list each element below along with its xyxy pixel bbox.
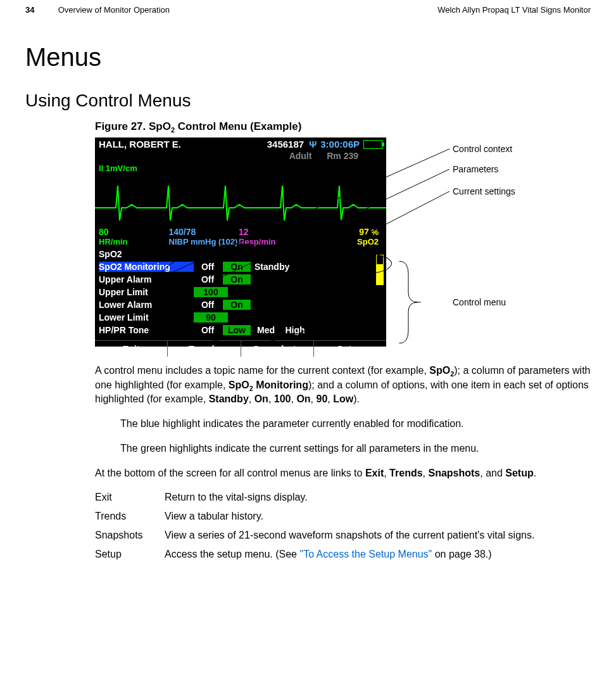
section-title: Overview of Monitor Operation — [58, 5, 170, 15]
def-trends-def: View a tabular history. — [165, 511, 591, 522]
menu-param-label[interactable]: Lower Alarm — [99, 300, 194, 310]
control-menu-box: SpO2 MonitoringOffOnStandbyUpper AlarmOf… — [95, 260, 386, 336]
menu-option[interactable]: Off — [194, 325, 222, 335]
page-header: 34 Overview of Monitor Operation Welch A… — [25, 0, 591, 15]
bottom-exit[interactable]: Exit — [95, 341, 168, 357]
paragraph-3: The green highlights indicate the curren… — [120, 442, 591, 456]
spo2-pct: % — [371, 227, 379, 237]
menu-row[interactable]: Upper Limit100 — [99, 286, 382, 298]
annot-current-settings: Current settings — [453, 186, 515, 196]
spo2-value: 97 — [359, 227, 369, 237]
heading-menus: Menus — [25, 43, 591, 72]
product-name: Welch Allyn Propaq LT Vital Signs Monito… — [437, 5, 591, 15]
spo2-bar-gauge — [376, 255, 384, 285]
battery-icon — [363, 140, 382, 149]
def-setup-term: Setup — [95, 549, 165, 560]
bottom-trends[interactable]: Trends — [168, 341, 241, 357]
ecg-waveform — [95, 173, 386, 227]
brace-icon — [396, 261, 421, 343]
resp-label: Resp/min — [239, 237, 309, 246]
def-exit-term: Exit — [95, 492, 165, 503]
menu-row[interactable]: Lower Limit90 — [99, 311, 382, 324]
control-context-label: SpO2 — [99, 249, 168, 259]
patient-mode: Adult — [289, 151, 312, 161]
menu-option[interactable]: On — [223, 262, 251, 272]
menu-option[interactable]: Off — [194, 274, 222, 284]
heading-using-control-menus: Using Control Menus — [25, 91, 591, 111]
menu-option[interactable]: Standby — [252, 262, 292, 272]
def-snapshots-term: Snapshots — [95, 530, 165, 541]
menu-param-label[interactable]: HP/PR Tone — [99, 325, 194, 335]
paragraph-2: The blue highlight indicates the paramet… — [120, 418, 591, 431]
annot-parameters: Parameters — [453, 164, 498, 174]
menu-option[interactable]: 90 — [194, 312, 228, 322]
def-exit-def: Return to the vital-signs display. — [165, 492, 591, 503]
hr-value: 80 — [99, 227, 169, 237]
clock-time: 3:00:06P — [320, 139, 360, 150]
page-number: 34 — [25, 5, 34, 15]
bottom-setup[interactable]: Setup — [314, 341, 386, 357]
menu-option[interactable]: High — [281, 325, 309, 335]
patient-name: HALL, ROBERT E. — [99, 139, 267, 150]
nibp-value: 140/78 — [169, 227, 239, 237]
def-snapshots-def: View a series of 21-second waveform snap… — [165, 530, 591, 541]
menu-row[interactable]: Upper AlarmOffOn — [99, 273, 382, 286]
menu-option[interactable]: On — [223, 300, 251, 310]
menu-option[interactable]: On — [223, 274, 251, 284]
menu-param-label[interactable]: Lower Limit — [99, 312, 194, 322]
link-access-setup-menus[interactable]: "To Access the Setup Menus" — [299, 549, 432, 559]
menu-row[interactable]: HP/PR ToneOffLowMedHigh — [99, 324, 382, 336]
menu-row[interactable]: SpO2 MonitoringOffOnStandby — [99, 260, 382, 273]
annot-control-menu: Control menu — [453, 297, 506, 307]
menu-param-label[interactable]: SpO2 Monitoring — [99, 262, 194, 272]
spo2-label: SpO2 — [309, 237, 379, 246]
antenna-icon: Ψ — [309, 139, 317, 150]
menu-option[interactable]: Low — [223, 325, 251, 335]
def-setup-def: Access the setup menu. (See "To Access t… — [165, 549, 591, 560]
figure-caption: Figure 27. SpO2 Control Menu (Example) — [95, 120, 591, 134]
figure-27: HALL, ROBERT E. 3456187 Ψ 3:00:06P Adult… — [95, 137, 591, 353]
menu-option[interactable]: Med — [252, 325, 280, 335]
room-number: Rm 239 — [327, 151, 358, 161]
patient-id: 3456187 — [267, 139, 304, 150]
menu-param-label[interactable]: Upper Alarm — [99, 274, 194, 284]
menu-option[interactable]: Off — [194, 262, 222, 272]
menu-param-label[interactable]: Upper Limit — [99, 287, 194, 297]
monitor-screen: HALL, ROBERT E. 3456187 Ψ 3:00:06P Adult… — [95, 137, 386, 347]
nibp-label: NIBP mmHg (102) — [169, 237, 239, 246]
menu-option[interactable]: 100 — [194, 287, 228, 297]
paragraph-4: At the bottom of the screen for all cont… — [95, 467, 591, 480]
bottom-snapshots[interactable]: Snapshots — [241, 341, 314, 357]
paragraph-1: A control menu includes a topic name for… — [95, 364, 591, 406]
ecg-lead-label: II 1mV/cm — [95, 162, 386, 173]
menu-row[interactable]: Lower AlarmOffOn — [99, 298, 382, 311]
resp-value: 12 — [239, 227, 309, 237]
hr-label: HR/min — [99, 237, 169, 246]
menu-option[interactable]: Off — [194, 300, 222, 310]
def-trends-term: Trends — [95, 511, 165, 522]
annot-control-context: Control context — [453, 144, 512, 154]
